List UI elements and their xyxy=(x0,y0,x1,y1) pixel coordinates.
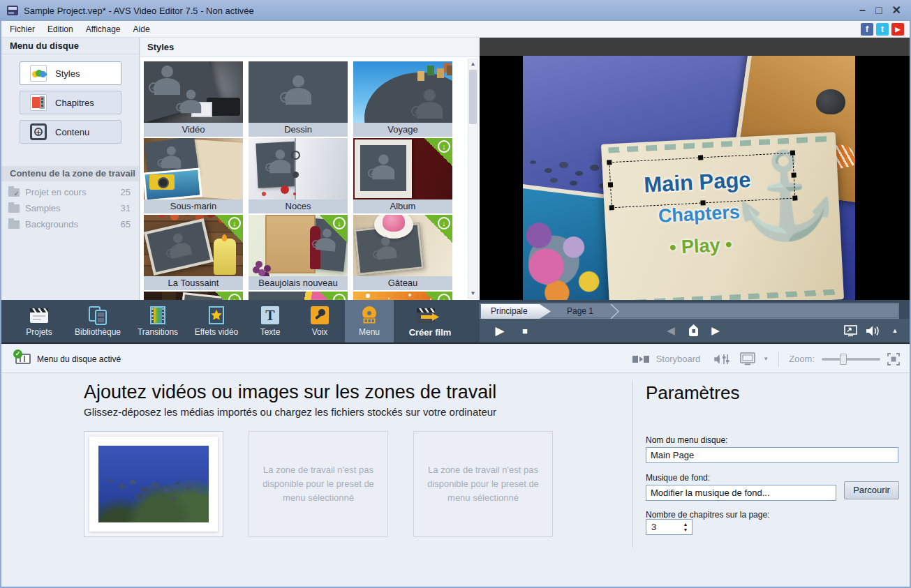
status-bar: ✓ Menu du disque activé Storyboard xyxy=(1,345,910,373)
text-selection-box[interactable] xyxy=(609,153,795,209)
tab-chevron-icon xyxy=(610,304,620,319)
underwater-thumbnail xyxy=(98,446,209,522)
style-item-dessin[interactable]: Dessin xyxy=(249,61,348,137)
browse-button[interactable]: Parcourir xyxy=(844,481,899,499)
zoom-slider[interactable] xyxy=(822,358,880,361)
style-item-gateau[interactable]: Gâteau xyxy=(353,215,452,290)
volume-expand-button[interactable]: ▲ xyxy=(889,319,901,342)
facebook-icon[interactable]: f xyxy=(861,23,873,36)
home-icon xyxy=(688,324,699,337)
style-item-partial[interactable] xyxy=(249,292,348,300)
display-mode-icon[interactable] xyxy=(739,352,756,365)
library-icon xyxy=(87,306,108,325)
tool-transitions[interactable]: Transitions xyxy=(128,300,187,342)
tool-voix[interactable]: Voix xyxy=(295,300,345,342)
folder-checked-icon xyxy=(8,188,20,197)
folder-icon xyxy=(8,204,20,213)
twitter-icon[interactable]: t xyxy=(876,23,889,36)
audio-mixer-icon[interactable] xyxy=(714,353,732,365)
fit-to-screen-icon[interactable] xyxy=(887,353,900,365)
tool-label: Voix xyxy=(312,327,328,337)
disc-menu-status-label: Menu du disque activé xyxy=(37,354,121,364)
youtube-icon[interactable]: ▶ xyxy=(891,23,904,36)
chapters-count-spinner[interactable]: 3 ▲ ▼ xyxy=(646,519,692,535)
storyboard-icon[interactable] xyxy=(632,354,649,364)
menu-aide[interactable]: Aide xyxy=(133,24,150,34)
zoom-slider-thumb[interactable] xyxy=(840,354,847,365)
style-item-noces[interactable]: Noces xyxy=(249,138,348,213)
menu-affichage[interactable]: Affichage xyxy=(86,24,121,34)
spinner-down-icon[interactable]: ▼ xyxy=(681,527,690,533)
folder-label: Samples xyxy=(25,203,61,213)
tab-page-1[interactable]: Page 1 xyxy=(550,304,610,319)
photo-placeholder-icon xyxy=(413,89,445,121)
folder-count: 25 xyxy=(121,187,131,197)
panel-divider xyxy=(632,380,633,548)
home-menu-button[interactable] xyxy=(683,319,703,342)
play-button[interactable]: ▶ xyxy=(489,319,510,342)
workspace-heading: Ajoutez vidéos ou images sur les zones d… xyxy=(84,382,496,403)
tab-principale[interactable]: Principale xyxy=(481,304,551,319)
download-badge-icon xyxy=(424,215,452,243)
folder-item-projet-en-cours[interactable]: Projet en cours 25 xyxy=(1,184,139,200)
style-item-sous-marin[interactable]: Sous-marin xyxy=(144,138,243,213)
style-item-album[interactable]: Album xyxy=(353,138,452,213)
scrollbar-thumb[interactable] xyxy=(469,70,477,124)
tool-effets-video[interactable]: Effets vidéo xyxy=(187,300,246,342)
stop-button[interactable]: ■ xyxy=(516,319,534,342)
tool-projets[interactable]: Projets xyxy=(11,300,67,342)
scroll-up-icon[interactable]: ▲ xyxy=(468,59,477,68)
app-body: Fichier Edition Affichage Aide f t ▶ Men… xyxy=(1,21,910,587)
menu-bar: Fichier Edition Affichage Aide f t ▶ xyxy=(1,21,910,38)
minimize-button[interactable]: – xyxy=(859,5,866,16)
sidebar-button-chapitres[interactable]: Chapitres xyxy=(20,91,121,114)
tool-texte[interactable]: T Texte xyxy=(246,300,295,342)
volume-button[interactable] xyxy=(864,319,883,342)
voice-icon xyxy=(310,306,329,325)
background-music-input[interactable] xyxy=(646,485,836,501)
folder-item-backgrounds[interactable]: Backgrounds 65 xyxy=(1,216,139,232)
app-icon xyxy=(7,6,18,15)
folder-count: 65 xyxy=(121,219,131,229)
previous-page-button[interactable]: ◀ xyxy=(662,319,679,342)
main-toolbar: Projets Bibliothèque xyxy=(1,300,910,344)
disc-menu-sidebar: Menu du disque Styles Chapitres + Conten… xyxy=(1,38,140,300)
style-item-la-toussaint[interactable]: La Toussaint xyxy=(144,215,243,290)
tool-creer-film[interactable]: Créer film xyxy=(394,300,466,342)
style-item-video[interactable]: Vidéo xyxy=(144,61,243,137)
sidebar-button-styles[interactable]: Styles xyxy=(20,61,121,85)
sidebar-button-contenu[interactable]: + Contenu xyxy=(20,120,121,144)
style-item-partial[interactable] xyxy=(144,292,243,300)
work-zone-2: La zone de travail n'est pas disponible … xyxy=(249,431,388,537)
disc-menu-play-link[interactable]: • Play • xyxy=(606,231,795,262)
menu-fichier[interactable]: Fichier xyxy=(10,24,35,34)
storyboard-toggle[interactable]: Storyboard xyxy=(656,354,701,364)
tool-menu[interactable]: Menu xyxy=(345,300,394,342)
parameters-title: Paramètres xyxy=(646,382,739,404)
style-item-beaujolais-nouveau[interactable]: Beaujolais nouveau xyxy=(249,215,348,290)
close-button[interactable]: ✕ xyxy=(892,5,901,16)
maximize-button[interactable]: □ xyxy=(875,5,882,16)
preview-frame[interactable]: ⚓ Main Page Chapters • Play • xyxy=(523,56,855,300)
tool-bibliotheque[interactable]: Bibliothèque xyxy=(67,300,128,342)
styles-panel: Styles Vidéo Dessin xyxy=(140,38,480,300)
background-music-label: Musique de fond: xyxy=(646,473,710,483)
video-effects-icon xyxy=(206,306,227,325)
spinner-up-icon[interactable]: ▲ xyxy=(681,522,690,527)
folder-item-samples[interactable]: Samples 31 xyxy=(1,200,139,216)
menu-name-input[interactable] xyxy=(646,447,898,463)
style-label: Voyage xyxy=(353,123,452,137)
display-mode-dropdown-icon[interactable]: ▼ xyxy=(763,356,769,362)
styles-scrollbar[interactable]: ▲ ▼ xyxy=(468,59,478,299)
fullscreen-button[interactable] xyxy=(841,319,859,342)
menu-edition[interactable]: Edition xyxy=(47,24,73,34)
photo-placeholder-icon xyxy=(267,150,293,176)
scroll-down-icon[interactable]: ▼ xyxy=(468,289,477,298)
style-item-voyage[interactable]: Voyage xyxy=(353,61,452,137)
style-label: Noces xyxy=(249,199,348,213)
work-zone-1[interactable] xyxy=(84,431,223,537)
style-label: Sous-marin xyxy=(144,199,243,213)
separator xyxy=(778,352,779,367)
next-page-button[interactable]: ▶ xyxy=(707,319,724,342)
style-item-partial[interactable] xyxy=(353,292,452,300)
